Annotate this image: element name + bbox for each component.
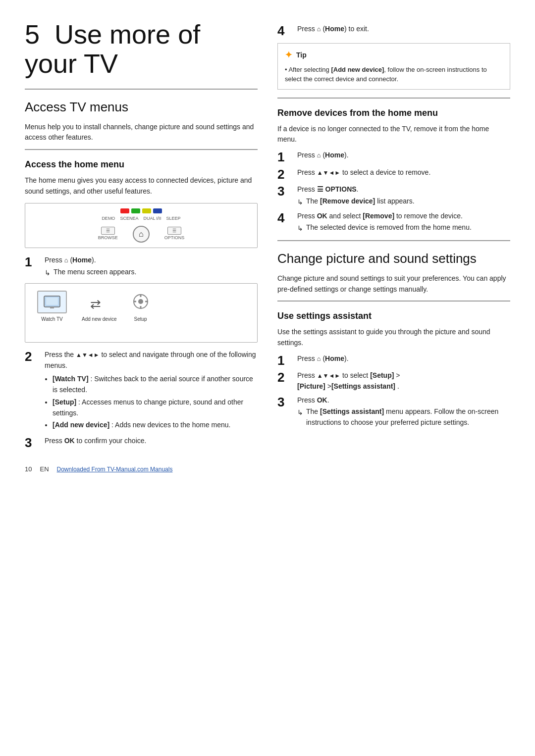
section-title-change-picture: Change picture and sound settings <box>277 249 510 268</box>
remove-devices-title: Remove devices from the home menu <box>277 106 510 120</box>
remove-step-2-text: Press ▲▼◄► to select a device to remove. <box>297 168 430 176</box>
browse-label: BROWSE <box>98 235 118 242</box>
remove-step-3-sub: ↳ The [Remove device] list appears. <box>297 196 510 208</box>
bullet-watch-tv: [Watch TV] : Switches back to the aerial… <box>53 373 258 396</box>
options-btn-rect: ☰ <box>167 227 181 235</box>
add-device-icon: ⇄ <box>88 296 110 313</box>
step-1-press-label: Press <box>45 256 64 264</box>
svg-rect-8 <box>134 301 136 302</box>
chapter-number: 5 <box>25 19 40 49</box>
remove-step-2-content: Press ▲▼◄► to select a device to remove. <box>297 167 510 178</box>
setup-label: Setup <box>134 315 147 323</box>
assistant-step-3-sub: ↳ The [Settings assistant] menu appears.… <box>297 406 510 428</box>
footer-page-number: 10 <box>25 464 32 474</box>
step-1-content: Press ⌂ (Home). ↳ The menu screen appear… <box>45 255 258 278</box>
step-3-number: 3 <box>25 436 41 450</box>
tip-box: ✦ Tip • After selecting [Add new device]… <box>277 43 510 90</box>
watch-tv-menu-item: Watch TV <box>37 291 67 323</box>
step-2-row: 2 Press the ▲▼◄► to select and navigate … <box>25 350 258 432</box>
yellow-button <box>142 208 151 213</box>
add-device-menu-item: ⇄ Add new device <box>82 296 117 323</box>
svg-rect-1 <box>46 298 58 305</box>
home-icon-diagram: ⌂ <box>139 228 144 240</box>
step-1-sub-text: The menu screen appears. <box>54 267 136 278</box>
footer: 10 EN Downloaded From TV-Manual.com Manu… <box>25 464 258 474</box>
top-divider <box>25 89 258 90</box>
setup-svg <box>132 293 150 310</box>
access-tv-menus-intro: Menus help you to install channels, chan… <box>25 122 258 143</box>
setup-menu-item: Setup <box>132 293 150 323</box>
remove-step-2-number: 2 <box>277 167 293 182</box>
browse-button: ☰ BROWSE <box>98 227 118 242</box>
remove-step-4-arrow: ↳ <box>297 223 303 234</box>
assistant-step-3-text: Press OK. <box>297 396 329 404</box>
tip-label: Tip <box>296 50 307 60</box>
color-buttons-group: DEMO SCENEA DUAL I/II SLEEP <box>102 208 180 222</box>
add-device-svg: ⇄ <box>88 296 110 313</box>
step-1-number: 1 <box>25 255 41 269</box>
assistant-step-1-content: Press ⌂ (Home). <box>297 353 510 364</box>
use-settings-assistant-title: Use settings assistant <box>277 309 510 323</box>
remove-step-3-arrow: ↳ <box>297 197 303 208</box>
assistant-step-2-content: Press ▲▼◄► to select [Setup] >[Picture] … <box>297 370 510 392</box>
watch-tv-icon <box>37 291 67 313</box>
remove-step-1-content: Press ⌂ (Home). <box>297 150 510 161</box>
assistant-step-3-content: Press OK. ↳ The [Settings assistant] men… <box>297 395 510 428</box>
step-3-text: Press OK to confirm your choice. <box>45 437 146 445</box>
assistant-step-2-number: 2 <box>277 370 293 385</box>
home-menu-remote-diagram: DEMO SCENEA DUAL I/II SLEEP ☰ BROWSE ⌂ ☰ <box>25 203 258 249</box>
step-2-text: Press the ▲▼◄► to select and navigate th… <box>45 351 256 369</box>
remove-step-1-number: 1 <box>277 150 293 164</box>
remove-step-3-number: 3 <box>277 184 293 199</box>
assistant-step-1-row: 1 Press ⌂ (Home). <box>277 353 510 368</box>
tip-star-icon: ✦ <box>285 49 292 62</box>
change-picture-body: Change picture and sound settings to sui… <box>277 273 510 295</box>
footer-lang: EN <box>40 464 49 474</box>
dualii-label: DUAL I/II <box>143 215 161 222</box>
assistant-step-1-home-icon: ⌂ <box>317 354 321 364</box>
assistant-step-2-row: 2 Press ▲▼◄► to select [Setup] >[Picture… <box>277 370 510 392</box>
tip-text: • After selecting [Add new device], foll… <box>285 65 503 84</box>
step-1-arrow: ↳ <box>45 268 51 279</box>
svg-rect-6 <box>140 295 141 297</box>
right-divider-3 <box>277 301 510 302</box>
right-column: 4 Press ⌂ (Home) to exit. ✦ Tip • After … <box>277 20 510 474</box>
assistant-step-1-text: Press ⌂ (Home). <box>297 354 349 362</box>
scenea-label: SCENEA <box>120 215 138 222</box>
menu-items-row: Watch TV ⇄ Add new device <box>32 291 250 323</box>
step-1-home-icon: ⌂ <box>64 255 68 265</box>
remove-step-2-row: 2 Press ▲▼◄► to select a device to remov… <box>277 167 510 182</box>
add-new-device-label: Add new device <box>82 315 117 323</box>
step-2-bullets: [Watch TV] : Switches back to the aerial… <box>53 373 258 431</box>
assistant-step-3-sub-text: The [Settings assistant] menu appears. F… <box>306 406 510 428</box>
blue-button <box>153 208 162 213</box>
access-home-menu-body: The home menu gives you easy access to c… <box>25 175 258 197</box>
remove-step-3-sub-text: The [Remove device] list appears. <box>306 196 415 207</box>
home-button-circle: ⌂ <box>133 226 150 243</box>
footer-link[interactable]: Downloaded From TV-Manual.com Manuals <box>57 465 173 474</box>
remote-bottom-row: ☰ BROWSE ⌂ ☰ OPTIONS <box>32 226 250 243</box>
right-divider-2 <box>277 240 510 241</box>
remove-step-4-sub: ↳ The selected device is removed from th… <box>297 222 510 234</box>
subsection-title-access-home-menu: Access the home menu <box>25 158 258 171</box>
menu-screen-diagram: Watch TV ⇄ Add new device <box>25 283 258 343</box>
chapter-title: 5 Use more of your TV <box>25 20 258 79</box>
right-step-4-number: 4 <box>277 24 293 38</box>
remove-step-4-sub-text: The selected device is removed from the … <box>306 222 472 233</box>
assistant-step-3-row: 3 Press OK. ↳ The [Settings assistant] m… <box>277 395 510 428</box>
step-1-home-paren: (Home). <box>68 256 96 264</box>
bullet-add-device: [Add new device] : Adds new devices to t… <box>53 419 258 430</box>
remove-devices-body: If a device is no longer connected to th… <box>277 124 510 145</box>
watch-tv-label: Watch TV <box>41 315 62 323</box>
red-button <box>120 208 129 213</box>
step-1-row: 1 Press ⌂ (Home). ↳ The menu screen appe… <box>25 255 258 278</box>
right-step-4-text: Press ⌂ (Home) to exit. <box>297 25 369 33</box>
remove-step-1-row: 1 Press ⌂ (Home). <box>277 150 510 164</box>
remove-step-3-content: Press ☰ OPTIONS. ↳ The [Remove device] l… <box>297 184 510 207</box>
svg-text:⇄: ⇄ <box>90 297 101 311</box>
remove-step-1-text: Press ⌂ (Home). <box>297 151 349 159</box>
tip-header: ✦ Tip <box>285 49 503 62</box>
setup-icon <box>132 293 150 314</box>
remove-step-3-text: Press ☰ OPTIONS. <box>297 185 358 193</box>
svg-rect-7 <box>140 306 141 308</box>
